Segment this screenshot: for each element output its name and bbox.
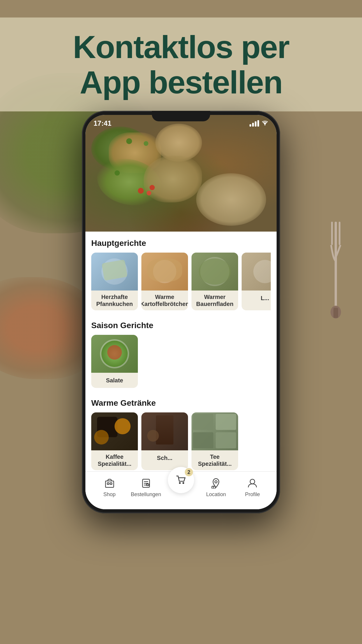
svg-rect-1	[331, 222, 333, 245]
food-card-extra[interactable]: L...	[242, 253, 271, 310]
food-card-sch[interactable]: Sch...	[141, 412, 188, 470]
signal-bar-4	[257, 120, 259, 127]
food-image-pfannkuchen	[91, 253, 138, 290]
svg-point-15	[182, 482, 184, 484]
section-saison: Saison Gerichte Salate	[85, 314, 277, 391]
svg-rect-0	[335, 222, 337, 309]
section-title-saison: Saison Gerichte	[91, 321, 271, 330]
food-card-salate[interactable]: Salate	[91, 335, 138, 388]
wifi-icon	[261, 120, 268, 127]
signal-bar-1	[249, 124, 251, 127]
food-image-kaffee	[91, 412, 138, 450]
section-warme-getraenke: Warme Getränke Kaffee Spezialität...	[85, 391, 277, 474]
nav-item-shop[interactable]: Shop	[95, 475, 124, 498]
food-image-extra	[242, 253, 271, 290]
getraenke-items-row: Kaffee Spezialität... Sch...	[91, 412, 271, 470]
saison-items-row: Salate	[91, 335, 271, 388]
svg-point-14	[179, 482, 181, 484]
svg-point-5	[264, 124, 266, 125]
section-title-warme-getraenke: Warme Getränke	[91, 398, 271, 408]
food-image-sch	[141, 412, 188, 450]
phone-notch	[152, 111, 210, 121]
food-label-extra: L...	[242, 290, 271, 306]
status-icons	[249, 120, 268, 127]
nav-item-cart[interactable]: 2	[168, 467, 194, 493]
hero-food-image	[85, 115, 277, 237]
signal-bar-3	[255, 121, 256, 127]
food-card-kartoffelbroetchen[interactable]: Warme Kartoffelbrötchen	[141, 253, 188, 310]
cart-icon	[175, 474, 187, 487]
section-hauptgerichte: Hauptgerichte Herzhafte Pfannkuchen	[85, 232, 277, 314]
location-icon	[210, 477, 222, 490]
food-image-bauernfladen	[191, 253, 238, 290]
food-card-kaffee[interactable]: Kaffee Spezialität...	[91, 412, 138, 470]
nav-label-profile: Profile	[245, 491, 260, 498]
svg-rect-8	[110, 483, 112, 484]
orders-icon	[140, 477, 152, 490]
phone-frame: 17:41	[82, 111, 280, 513]
food-label-pfannkuchen: Herzhafte Pfannkuchen	[91, 290, 138, 310]
food-card-pfannkuchen[interactable]: Herzhafte Pfannkuchen	[91, 253, 138, 310]
nav-label-shop: Shop	[103, 491, 116, 498]
hauptgerichte-items-row: Herzhafte Pfannkuchen Warme Kartoffelbrö…	[91, 253, 271, 310]
food-label-sch: Sch...	[141, 450, 188, 466]
nav-item-bestellungen[interactable]: Bestellungen	[131, 475, 161, 498]
signal-bar-2	[252, 123, 254, 127]
food-label-salate: Salate	[91, 373, 138, 388]
nav-label-bestellungen: Bestellungen	[131, 491, 161, 498]
nav-label-location: Location	[206, 491, 226, 498]
shop-icon	[103, 477, 116, 490]
food-label-bauernfladen: Warmer Bauernfladen	[191, 290, 238, 310]
svg-rect-4	[333, 308, 338, 318]
bottom-nav: Shop Bestellungen	[85, 471, 277, 509]
signal-bars-icon	[249, 120, 259, 127]
food-card-tee[interactable]: Tee Spezialität...	[191, 412, 238, 470]
section-title-hauptgerichte: Hauptgerichte	[91, 239, 271, 248]
header-banner: Kontaktlos per App bestellen	[0, 18, 362, 111]
svg-rect-6	[106, 481, 114, 487]
food-image-kartoffelbroetchen	[141, 253, 188, 290]
status-time: 17:41	[94, 119, 111, 127]
header-title: Kontaktlos per App bestellen	[23, 29, 339, 100]
food-label-tee: Tee Spezialität...	[191, 450, 238, 470]
food-label-kaffee: Kaffee Spezialität...	[91, 450, 138, 470]
nav-item-profile[interactable]: Profile	[238, 475, 267, 498]
svg-rect-2	[339, 222, 340, 245]
food-card-bauernfladen[interactable]: Warmer Bauernfladen	[191, 253, 238, 310]
cart-circle: 2	[168, 467, 194, 493]
fork-decoration	[327, 222, 345, 338]
cart-badge: 2	[185, 468, 193, 476]
hero-visual	[85, 115, 277, 237]
svg-point-16	[215, 481, 217, 483]
profile-icon	[246, 477, 259, 490]
food-image-salate	[91, 335, 138, 373]
svg-rect-7	[107, 483, 109, 484]
svg-rect-13	[147, 484, 149, 486]
svg-point-19	[250, 479, 255, 484]
phone-screen: 17:41	[85, 115, 277, 509]
food-label-kartoffelbroetchen: Warme Kartoffelbrötchen	[141, 290, 188, 310]
food-image-tee	[191, 412, 238, 450]
nav-item-location[interactable]: Location	[201, 475, 231, 498]
